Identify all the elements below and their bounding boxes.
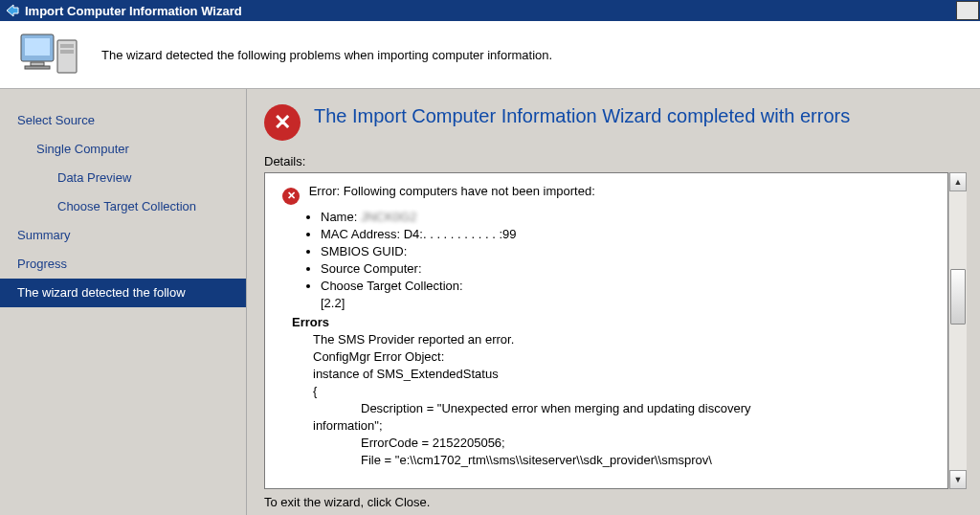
step-label: Choose Target Collection: [57, 199, 196, 213]
footer-text: To exit the wizard, click Close.: [264, 495, 967, 509]
file-label: File: [361, 453, 381, 467]
mac-label: MAC Address:: [321, 227, 400, 241]
errors-subheader: Errors: [292, 314, 940, 331]
step-progress[interactable]: Progress: [0, 250, 246, 279]
field-name: Name: JNCK0G2: [321, 209, 940, 226]
step-select-source[interactable]: Select Source: [0, 106, 246, 135]
banner: The wizard detected the following proble…: [0, 21, 980, 89]
error-heading: Error: Following computers have not been…: [309, 184, 595, 198]
details-label: Details:: [264, 154, 967, 168]
step-label: Select Source: [17, 113, 95, 127]
errors-body: The SMS Provider reported an error. Conf…: [313, 331, 940, 469]
desc-label: Description: [361, 401, 423, 415]
wizard-body: Select Source Single Computer Data Previ…: [0, 89, 980, 515]
smbios-label: SMBIOS GUID:: [321, 244, 407, 258]
banner-message: The wizard detected the following proble…: [101, 48, 552, 62]
scroll-up-button[interactable]: ▲: [949, 172, 967, 191]
error-icon: [264, 104, 301, 141]
err-line-4: {: [313, 383, 940, 400]
step-data-preview[interactable]: Data Preview: [0, 164, 246, 192]
step-label: Data Preview: [57, 170, 131, 185]
svg-rect-5: [60, 44, 74, 48]
details-area: Error: Following computers have not been…: [264, 172, 967, 489]
field-mac: MAC Address: D4:. . . . . . . . . . . :9…: [321, 226, 940, 243]
err-file: File = "e:\\cm1702_rtm\\sms\\siteserver\…: [361, 452, 940, 469]
field-smbios: SMBIOS GUID:: [321, 243, 940, 260]
computer-icon: [17, 31, 84, 78]
svg-rect-6: [60, 50, 74, 54]
field-target: Choose Target Collection: [2.2]: [321, 278, 940, 312]
desc-value: "Unexpected error when merging and updat…: [437, 401, 751, 415]
arrow-icon: [5, 3, 20, 18]
step-choose-target[interactable]: Choose Target Collection: [0, 192, 246, 221]
error-icon-small: [282, 188, 300, 205]
scroll-track[interactable]: [949, 191, 967, 470]
ecode-value: 2152205056;: [433, 436, 505, 450]
mac-value: D4:. . . . . . . . . . . :99: [404, 227, 517, 241]
scroll-thumb[interactable]: [950, 269, 966, 325]
result-title: The Import Computer Information Wizard c…: [314, 104, 850, 127]
result-header: The Import Computer Information Wizard c…: [264, 104, 967, 141]
details-box[interactable]: Error: Following computers have not been…: [264, 172, 948, 489]
name-value: JNCK0G2: [361, 210, 417, 224]
step-label: Single Computer: [36, 142, 129, 156]
window-title: Import Computer Information Wizard: [25, 4, 242, 18]
ecode-label: ErrorCode: [361, 436, 418, 450]
name-label: Name:: [321, 210, 357, 224]
target-label: Choose Target Collection:: [321, 279, 463, 293]
step-single-computer[interactable]: Single Computer: [0, 135, 246, 164]
step-label: The wizard detected the follow: [17, 285, 186, 300]
step-label: Progress: [17, 257, 67, 271]
step-errors[interactable]: The wizard detected the follow: [0, 279, 246, 307]
scroll-down-button[interactable]: ▼: [949, 470, 967, 489]
main-panel: The Import Computer Information Wizard c…: [247, 89, 980, 515]
err-desc: Description = "Unexpected error when mer…: [361, 400, 940, 417]
title-bar[interactable]: Import Computer Information Wizard: [0, 0, 980, 21]
err-line-3: instance of SMS_ExtendedStatus: [313, 366, 940, 383]
svg-rect-3: [25, 66, 50, 69]
error-heading-row: Error: Following computers have not been…: [282, 183, 940, 205]
source-label: Source Computer:: [321, 261, 422, 276]
field-source: Source Computer:: [321, 260, 940, 278]
wizard-window: Import Computer Information Wizard The w…: [0, 0, 980, 515]
step-label: Summary: [17, 228, 71, 242]
svg-rect-1: [25, 38, 50, 56]
err-desc-cont: information";: [313, 417, 940, 435]
computer-fields: Name: JNCK0G2 MAC Address: D4:. . . . . …: [321, 209, 940, 312]
err-line-2: ConfigMgr Error Object:: [313, 348, 940, 366]
err-line-1: The SMS Provider reported an error.: [313, 331, 940, 348]
steps-sidebar: Select Source Single Computer Data Previ…: [0, 89, 247, 515]
err-ecode: ErrorCode = 2152205056;: [361, 435, 940, 452]
step-summary[interactable]: Summary: [0, 221, 246, 250]
svg-rect-2: [31, 62, 44, 66]
target-extra: [2.2]: [321, 296, 345, 310]
details-scrollbar[interactable]: ▲ ▼: [948, 172, 967, 489]
minimize-button[interactable]: [956, 1, 979, 20]
file-value: "e:\\cm1702_rtm\\sms\\siteserver\\sdk_pr…: [395, 453, 712, 467]
